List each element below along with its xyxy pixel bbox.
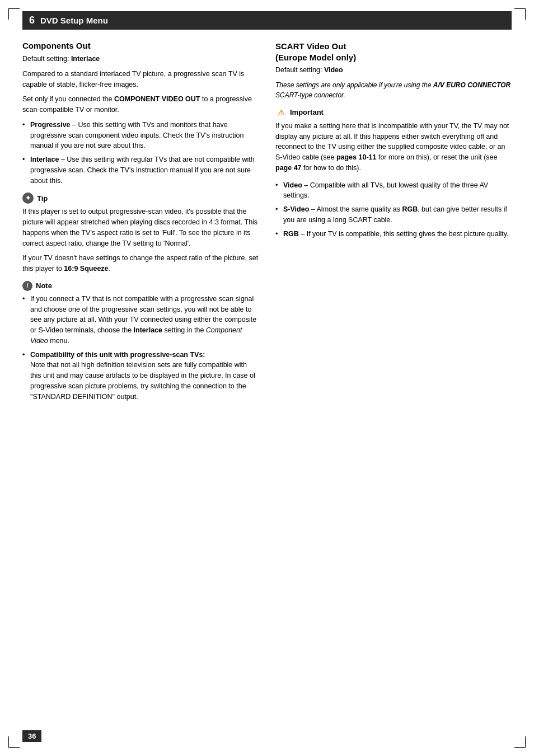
- tip-box: ✦ Tip If this player is set to output pr…: [22, 192, 259, 274]
- note-box: i Note If you connect a TV that is not c…: [22, 281, 259, 402]
- section-number: 6: [29, 15, 35, 26]
- scart-default-label: Default setting:: [275, 66, 322, 74]
- note-label: Note: [36, 281, 52, 290]
- section-header: 6 DVD Setup Menu: [22, 11, 512, 30]
- tip-para2-bold: 16:9 Squeeze: [64, 265, 108, 273]
- scart-default: Default setting: Video: [275, 65, 512, 76]
- corner-tl: [8, 8, 20, 20]
- note-header: i Note: [22, 281, 259, 291]
- scart-default-value: Video: [324, 66, 343, 74]
- components-out-heading: Components Out: [22, 41, 259, 50]
- bullet-progressive: Progressive – Use this setting with TVs …: [22, 120, 259, 151]
- components-intro-2: Set only if you connected the COMPONENT …: [22, 94, 259, 115]
- page-container: 6 DVD Setup Menu Components Out Default …: [0, 0, 534, 756]
- important-header: ⚠ Important: [275, 107, 512, 118]
- rgb-text: If your TV is compatible, this setting g…: [307, 230, 509, 238]
- tip-para2: If your TV doesn't have settings to chan…: [22, 253, 259, 274]
- important-middle: for more on this), or reset the unit (se…: [376, 153, 497, 161]
- important-label: Important: [290, 108, 324, 116]
- intro2-bold: COMPONENT VIDEO OUT: [114, 95, 200, 103]
- corner-br: [514, 736, 526, 748]
- svideo-dash: – Almost the same quality as: [309, 205, 402, 213]
- bullet-svideo: S-Video – Almost the same quality as RGB…: [275, 204, 512, 226]
- tip-para2-suffix: .: [109, 265, 110, 273]
- bullet-interlace: Interlace – Use this setting with regula…: [22, 154, 259, 186]
- important-page47: page 47: [275, 164, 302, 172]
- note-bullets: If you connect a TV that is not compatib…: [22, 294, 259, 402]
- page-number: 36: [22, 730, 41, 742]
- note-b2-prefix: Compatibility of this unit with progress…: [30, 351, 205, 359]
- important-text: If you make a setting here that is incom…: [275, 121, 512, 173]
- tip-para1: If this player is set to output progress…: [22, 206, 259, 248]
- video-label: Video: [283, 181, 302, 189]
- tip-label: Tip: [37, 194, 48, 203]
- bullet-video: Video – Compatible with all TVs, but low…: [275, 180, 512, 201]
- note-bullet-2: Compatibility of this unit with progress…: [22, 350, 259, 402]
- scart-title-line2: (Europe Model only): [275, 53, 356, 62]
- svideo-rgb: RGB: [402, 205, 418, 213]
- interlace-label: Interlace: [30, 156, 59, 163]
- progressive-dash: –: [71, 121, 78, 129]
- intro2-prefix: Set only if you connected the: [22, 95, 114, 103]
- two-column-layout: Components Out Default setting: Interlac…: [22, 41, 512, 408]
- rgb-dash: –: [299, 230, 307, 238]
- scart-italic-note: These settings are only applicable if yo…: [275, 80, 512, 100]
- scart-italic-text: These settings are only applicable if yo…: [275, 81, 510, 99]
- progressive-label: Progressive: [30, 121, 71, 129]
- interlace-dash: –: [59, 156, 67, 163]
- right-column: SCART Video Out (Europe Model only) Defa…: [275, 41, 512, 408]
- default-value: Interlace: [71, 55, 100, 63]
- note-b1-bold: Interlace: [134, 326, 162, 334]
- default-label: Default setting:: [22, 55, 69, 63]
- important-icon: ⚠: [275, 107, 287, 118]
- scart-heading: SCART Video Out (Europe Model only): [275, 41, 512, 63]
- section-title: DVD Setup Menu: [40, 16, 108, 25]
- tip-icon: ✦: [22, 192, 34, 204]
- important-pages: pages 10-11: [336, 153, 377, 161]
- tip-para2-prefix: If your TV doesn't have settings to chan…: [22, 254, 258, 273]
- rgb-label: RGB: [283, 230, 299, 238]
- scart-title-line1: SCART Video Out: [275, 41, 346, 51]
- left-column: Components Out Default setting: Interlac…: [22, 41, 259, 408]
- video-dash: –: [302, 181, 310, 189]
- components-bullets: Progressive – Use this setting with TVs …: [22, 120, 259, 186]
- scart-bullets: Video – Compatible with all TVs, but low…: [275, 180, 512, 240]
- video-text: Compatible with all TVs, but lowest qual…: [283, 181, 488, 200]
- note-icon: i: [22, 281, 32, 291]
- important-end: for how to do this).: [302, 164, 361, 172]
- tip-header: ✦ Tip: [22, 192, 259, 204]
- components-intro-1: Compared to a standard interlaced TV pic…: [22, 69, 259, 90]
- corner-tr: [514, 8, 526, 20]
- note-b1-suffix: setting in the: [162, 326, 206, 334]
- bullet-rgb: RGB – If your TV is compatible, this set…: [275, 229, 512, 240]
- svideo-label: S-Video: [283, 205, 309, 213]
- corner-bl: [8, 736, 20, 748]
- important-box: ⚠ Important If you make a setting here t…: [275, 107, 512, 173]
- note-b2-text: Note that not all high definition televi…: [30, 361, 255, 400]
- note-b1-end: menu.: [48, 337, 69, 345]
- components-out-default: Default setting: Interlace: [22, 54, 259, 64]
- note-bullet-1: If you connect a TV that is not compatib…: [22, 294, 259, 346]
